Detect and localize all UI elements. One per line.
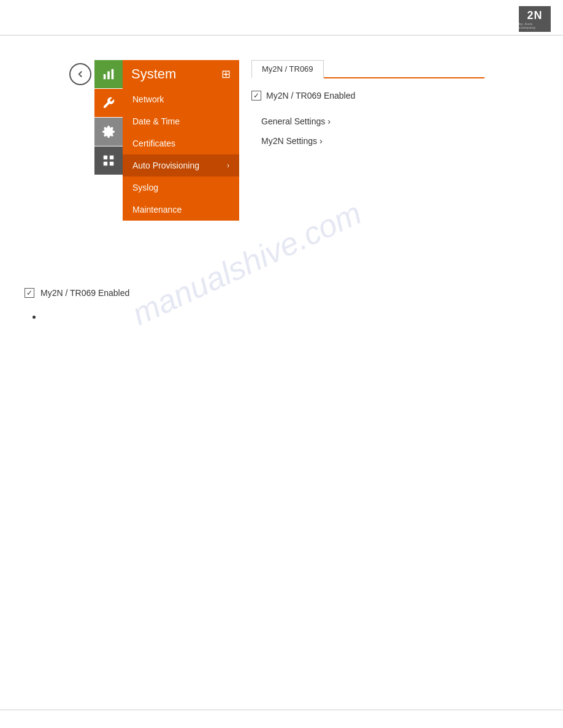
nav-title: System: [131, 66, 176, 82]
bullet-item: [43, 310, 538, 323]
svg-rect-7: [110, 162, 113, 165]
general-settings-label: General Settings ›: [261, 116, 331, 126]
svg-rect-0: [104, 74, 106, 79]
my2n-settings-link[interactable]: My2N Settings ›: [251, 131, 484, 151]
back-circle: [69, 63, 91, 85]
svg-rect-5: [110, 156, 113, 159]
nav-item-auto-provisioning[interactable]: Auto Provisioning ›: [123, 154, 239, 176]
gear-icon[interactable]: [94, 118, 123, 146]
footer: [0, 710, 563, 728]
bar-chart-icon[interactable]: [94, 60, 123, 88]
bottom-checkbox-row: ✓ My2N / TR069 Enabled: [25, 288, 538, 298]
enabled-checkbox[interactable]: ✓: [251, 91, 261, 100]
nav-item-maintenance[interactable]: Maintenance: [123, 199, 239, 221]
tab-bar: My2N / TR069: [251, 60, 484, 78]
enabled-checkbox-label: My2N / TR069 Enabled: [266, 91, 355, 100]
svg-rect-1: [107, 71, 110, 79]
tab-label: My2N / TR069: [262, 64, 313, 74]
main-content: System ⊞ Network Date & Time Certificate…: [0, 36, 563, 245]
enabled-checkbox-row: ✓ My2N / TR069 Enabled: [251, 91, 484, 100]
back-button[interactable]: [66, 60, 94, 88]
svg-rect-2: [112, 69, 114, 80]
nav-item-datetime-label: Date & Time: [132, 116, 180, 126]
nav-grid-icon[interactable]: ⊞: [221, 67, 231, 81]
nav-header: System ⊞: [123, 60, 239, 88]
svg-rect-6: [104, 162, 107, 165]
logo-text: 2N: [527, 9, 542, 22]
my2n-settings-label: My2N Settings ›: [261, 136, 323, 146]
logo-sub: by Axis company: [519, 22, 551, 29]
nav-item-auto-provisioning-label: Auto Provisioning: [132, 161, 199, 170]
nav-menu: System ⊞ Network Date & Time Certificate…: [123, 60, 239, 221]
svg-rect-4: [104, 156, 107, 159]
nav-item-certificates[interactable]: Certificates: [123, 132, 239, 154]
bottom-section: ✓ My2N / TR069 Enabled: [0, 270, 563, 346]
grid-icon[interactable]: [94, 146, 123, 175]
logo: 2N by Axis company: [519, 6, 551, 32]
nav-item-datetime[interactable]: Date & Time: [123, 110, 239, 132]
nav-item-certificates-label: Certificates: [132, 138, 175, 148]
header: 2N by Axis company: [0, 0, 563, 36]
nav-item-syslog[interactable]: Syslog: [123, 176, 239, 199]
nav-item-network-label: Network: [132, 94, 164, 104]
wrench-icon[interactable]: [94, 89, 123, 117]
nav-arrow-icon: ›: [227, 161, 229, 170]
content-panel: My2N / TR069 ✓ My2N / TR069 Enabled Gene…: [239, 60, 497, 221]
icon-sidebar: [94, 60, 123, 221]
bottom-checkbox-label: My2N / TR069 Enabled: [40, 288, 129, 298]
bottom-bullet-list: [43, 310, 538, 323]
bottom-check-mark: ✓: [26, 289, 33, 297]
nav-item-network[interactable]: Network: [123, 88, 239, 110]
tab-my2n-tr069[interactable]: My2N / TR069: [251, 60, 324, 78]
nav-item-syslog-label: Syslog: [132, 183, 158, 192]
check-mark: ✓: [253, 91, 259, 100]
nav-item-maintenance-label: Maintenance: [132, 205, 182, 214]
bottom-checkbox[interactable]: ✓: [25, 288, 34, 298]
general-settings-link[interactable]: General Settings ›: [251, 112, 484, 131]
